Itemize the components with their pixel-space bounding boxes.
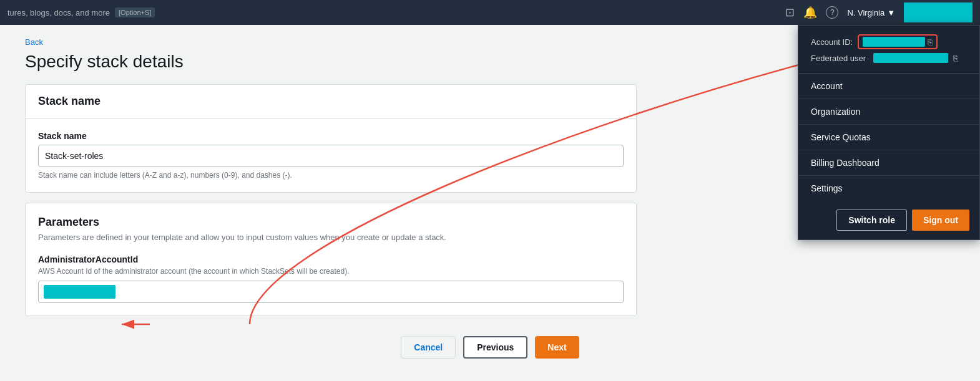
dropdown-item-organization[interactable]: Organization [798,99,979,125]
user-menu-button[interactable] [904,2,973,22]
federated-user-label: Federated user [811,54,866,63]
search-shortcut: [Option+S] [115,7,155,17]
topnav-right: ⊡ 🔔 ? N. Virginia ▼ [785,2,973,22]
topnav: tures, blogs, docs, and more [Option+S] … [0,0,980,25]
bell-icon[interactable]: 🔔 [803,6,817,19]
search-text: tures, blogs, docs, and more [7,8,110,17]
stack-name-card-header: Stack name [26,85,636,118]
stack-name-input[interactable] [38,145,624,167]
federated-user-value [873,53,948,63]
switch-role-button[interactable]: Switch role [836,210,907,231]
copy-account-id-icon[interactable]: ⎘ [928,37,933,47]
stack-name-card-body: Stack name Stack name can include letter… [26,118,636,192]
sign-out-button[interactable]: Sign out [912,210,969,231]
region-chevron: ▼ [887,8,895,17]
federated-user-row: Federated user ⎘ [811,53,967,63]
param-admin-sublabel: AWS Account Id of the administrator acco… [38,267,624,276]
account-info-section: Account ID: ⎘ Federated user ⎘ [798,26,979,74]
stack-name-label: Stack name [38,131,624,141]
param-account-id-value [44,285,115,299]
region-selector[interactable]: N. Virginia ▼ [847,8,895,17]
account-id-label: Account ID: [811,37,853,47]
cancel-button[interactable]: Cancel [401,336,456,359]
help-icon[interactable]: ? [826,6,838,19]
parameters-description: Parameters are defined in your template … [38,233,624,242]
region-label: N. Virginia [847,8,884,17]
parameters-card-body: Parameters Parameters are defined in you… [26,203,636,316]
next-button[interactable]: Next [535,336,579,359]
param-admin-account: AdministratorAccountId AWS Account Id of… [38,254,624,303]
search-area: tures, blogs, docs, and more [Option+S] [7,7,785,17]
stack-name-hint: Stack name can include letters (A-Z and … [38,171,624,180]
parameters-title: Parameters [38,216,624,229]
action-bar: Cancel Previous Next [25,326,955,369]
account-id-row: Account ID: ⎘ [811,34,967,49]
param-admin-label: AdministratorAccountId [38,254,624,264]
account-id-highlight [863,37,925,47]
dropdown-item-account[interactable]: Account [798,74,979,99]
user-dropdown-menu: Account ID: ⎘ Federated user ⎘ Account O… [798,25,980,240]
stack-name-card: Stack name Stack name Stack name can inc… [25,84,637,193]
dropdown-item-service-quotas[interactable]: Service Quotas [798,125,979,150]
copy-federated-user-icon[interactable]: ⎘ [953,54,958,63]
parameters-card: Parameters Parameters are defined in you… [25,203,637,316]
account-id-value[interactable]: ⎘ [858,34,938,49]
dropdown-item-billing-dashboard[interactable]: Billing Dashboard [798,150,979,176]
param-input-wrapper [38,281,624,303]
previous-button[interactable]: Previous [463,336,527,359]
dropdown-item-settings[interactable]: Settings [798,176,979,201]
dropdown-action-buttons: Switch role Sign out [798,201,979,239]
monitor-icon[interactable]: ⊡ [785,6,795,19]
